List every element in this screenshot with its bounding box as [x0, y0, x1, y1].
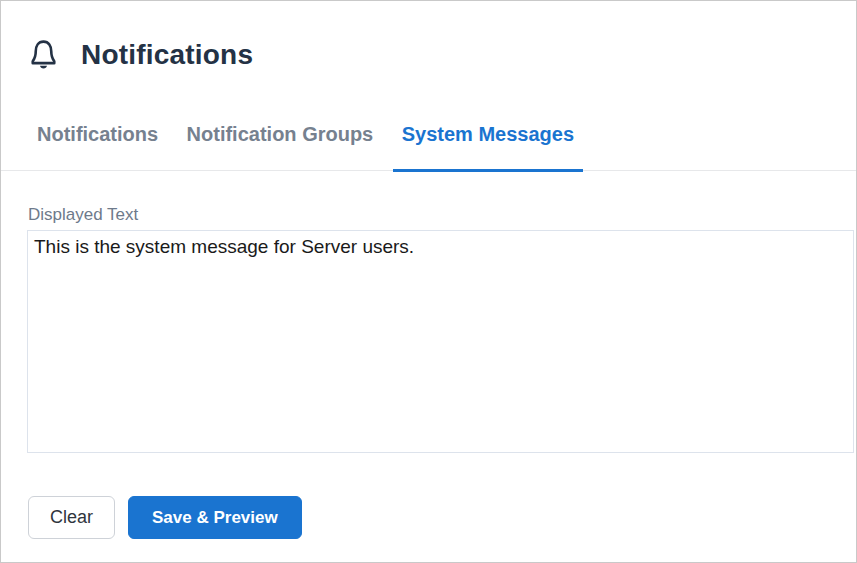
clear-button[interactable]: Clear — [28, 496, 115, 539]
displayed-text-label: Displayed Text — [28, 205, 138, 225]
tab-notification-groups[interactable]: Notification Groups — [178, 119, 383, 169]
bell-icon — [28, 37, 59, 73]
tab-bar: Notifications Notification Groups System… — [1, 119, 856, 171]
notifications-settings-page: { "header": { "title": "Notifications", … — [0, 0, 857, 563]
save-preview-button[interactable]: Save & Preview — [128, 496, 302, 539]
tab-system-messages[interactable]: System Messages — [393, 119, 583, 172]
tab-notifications[interactable]: Notifications — [28, 119, 167, 169]
button-row: Clear Save & Preview — [28, 496, 302, 539]
displayed-text-input[interactable]: This is the system message for Server us… — [27, 230, 854, 453]
page-header: Notifications — [28, 37, 253, 73]
page-title: Notifications — [81, 39, 253, 71]
